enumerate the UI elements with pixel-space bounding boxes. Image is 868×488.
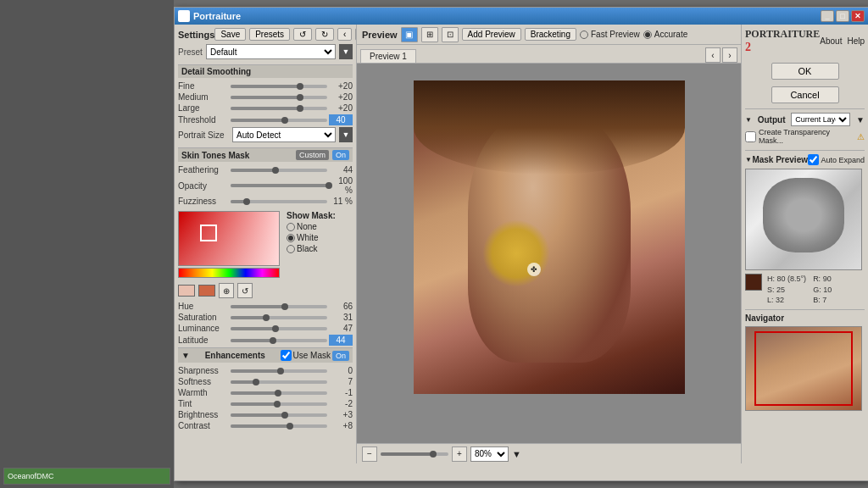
bracketing-button[interactable]: Bracketing [525,28,576,41]
maximize-button[interactable]: □ [836,10,849,22]
color-swatch-info [745,274,762,291]
warmth-slider[interactable] [231,391,327,395]
fuzziness-slider[interactable] [231,200,327,203]
color-gradient[interactable] [178,211,280,266]
swatch-1[interactable] [178,285,195,297]
color-h: H: 80 (8.5°) [767,274,806,285]
hue-strip[interactable] [178,268,280,278]
black-radio[interactable] [287,245,295,253]
preview-placeholder: ✤ [357,64,741,443]
large-slider[interactable] [231,107,327,110]
mask-triangle-icon: ▼ [745,156,752,164]
softness-value: 7 [329,377,353,386]
transparency-row: Create Transparency Mask... ⚠ [745,128,865,145]
softness-slider[interactable] [231,380,327,384]
contrast-slider[interactable] [231,424,327,428]
threshold-row: Threshold 40 [178,114,353,125]
latitude-slider[interactable] [231,339,327,342]
opacity-slider[interactable] [231,184,327,187]
sharpness-slider[interactable] [231,369,327,373]
title-bar-left: Portraiture [178,10,241,22]
mask-preview-section: ▼ Mask Preview Auto Expand [745,150,865,306]
white-radio[interactable] [287,234,295,242]
preview-label: Preview [362,30,398,40]
zoom-out-button[interactable]: − [362,446,377,462]
eyedropper-button[interactable]: ⊕ [219,283,234,298]
brightness-slider[interactable] [231,413,327,417]
hue-slider[interactable] [231,305,327,308]
opacity-row: Opacity 100 % [178,176,353,195]
single-view-button[interactable]: ▣ [401,27,418,42]
right-panel: PORTRAITURE 2 About Help OK Cancel ▼ Out… [741,25,868,463]
contrast-row: Contrast +8 [178,421,353,430]
minimize-button[interactable]: _ [821,10,834,22]
ok-button[interactable]: OK [771,63,839,80]
close-button[interactable]: ✕ [851,10,865,22]
output-select[interactable]: Current Layer [791,113,850,126]
prev-arrow-button[interactable]: ‹ [705,47,721,63]
presets-button[interactable]: Presets [249,28,290,41]
on-button[interactable]: On [332,150,349,160]
enhancements-on-button[interactable]: On [332,351,349,361]
split-view-button[interactable]: ⊞ [421,27,438,42]
portrait-size-label: Portrait Size [178,130,229,140]
zoom-in-button[interactable]: + [452,446,467,462]
saturation-slider[interactable] [231,316,327,319]
title-bar: Portraiture _ □ ✕ [175,8,868,25]
luminance-value: 47 [329,324,353,333]
reset-button[interactable]: ↺ [237,283,253,298]
undo-button[interactable]: ↺ [293,28,312,41]
settings-title: Settings [178,30,214,40]
threshold-slider[interactable] [231,119,327,122]
white-radio-row: White [287,233,336,242]
luminance-slider[interactable] [231,327,327,330]
fast-preview-radio[interactable] [580,30,588,39]
add-preview-button[interactable]: Add Preview [462,28,521,41]
preview-tab-1[interactable]: Preview 1 [360,49,416,63]
compare-view-button[interactable]: ⊡ [442,27,459,42]
help-link[interactable]: Help [847,36,865,46]
portrait-size-select[interactable]: Auto Detect [232,127,336,142]
cancel-button[interactable]: Cancel [771,86,839,103]
transparency-checkbox[interactable] [745,131,756,142]
color-s: S: 25 [767,285,806,296]
feathering-slider[interactable] [231,169,327,172]
fuzziness-label: Fuzziness [178,197,229,206]
save-button[interactable]: Save [214,28,246,41]
title-bar-buttons: _ □ ✕ [821,10,865,22]
arrow-left-button[interactable]: ‹ [337,28,352,41]
preset-select[interactable]: Default [206,44,336,59]
color-values: H: 80 (8.5°) S: 25 L: 32 R: 90 G: 10 B: … [767,274,832,306]
preset-dropdown-button[interactable]: ▼ [339,44,353,59]
portrait-size-row: Portrait Size Auto Detect ▼ [178,127,353,142]
tint-slider[interactable] [231,402,327,406]
medium-slider[interactable] [231,96,327,99]
redo-button[interactable]: ↻ [315,28,334,41]
threshold-value: 40 [329,114,353,125]
right-menu: About Help [820,36,865,46]
accurate-label: Accurate [654,30,687,39]
fast-preview-row: Fast Preview [580,30,640,39]
saturation-row: Saturation 31 [178,313,353,322]
ocean-taskbar[interactable]: OceanofDMC [3,468,170,485]
custom-button[interactable]: Custom [296,150,329,160]
zoom-dropdown-icon: ▼ [512,449,521,459]
color-l: L: 32 [767,295,806,306]
none-radio[interactable] [287,223,295,231]
zoom-select[interactable]: 80% [470,446,509,462]
fine-slider[interactable] [231,85,327,88]
settings-header: Settings Save Presets ↺ ↻ ‹ › [178,28,353,41]
preview-content: ✤ [357,64,741,443]
zoom-slider[interactable] [381,452,448,456]
zoom-thumb [430,451,437,458]
swatch-active[interactable] [198,285,215,297]
next-arrow-button[interactable]: › [722,47,737,63]
brightness-value: +3 [329,410,353,419]
accurate-radio[interactable] [643,30,652,39]
center-panel: Preview ▣ ⊞ ⊡ Add Preview Bracketing Fas… [357,25,741,463]
use-mask-checkbox[interactable] [281,350,292,361]
portrait-size-dropdown-button[interactable]: ▼ [339,127,353,142]
auto-expand-checkbox[interactable] [808,154,819,165]
about-link[interactable]: About [820,36,842,46]
fuzziness-value: 11 % [329,197,353,206]
